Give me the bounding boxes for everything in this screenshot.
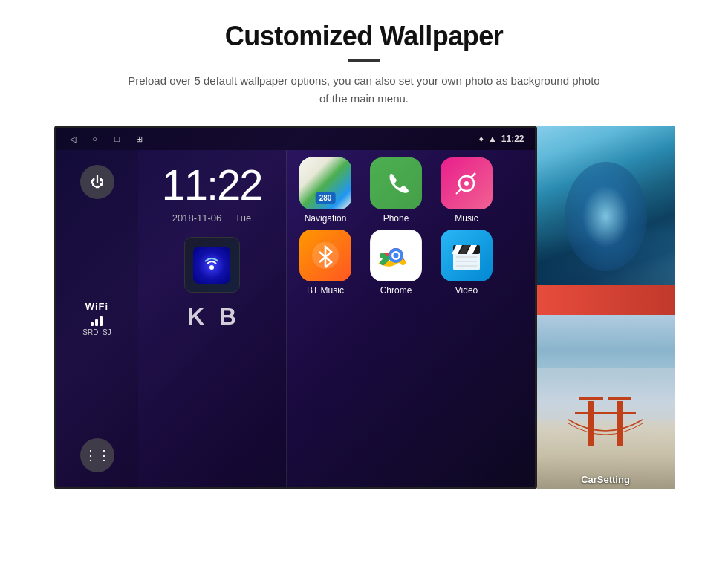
radio-widget-area: [184, 237, 240, 293]
wifi-icon: ▲: [488, 134, 497, 144]
phone-svg: [381, 169, 411, 198]
carsetting-label: CarSetting: [581, 474, 630, 485]
radio-icon: [201, 254, 223, 276]
page-description: Preload over 5 default wallpaper options…: [126, 72, 602, 108]
radio-widget[interactable]: [184, 237, 240, 293]
b-widget[interactable]: B: [219, 303, 236, 331]
nav-shield: 280: [316, 192, 336, 204]
app-grid: 280 Navigation Phone: [287, 150, 535, 487]
video-label: Video: [455, 285, 478, 296]
wallpaper-ice[interactable]: [537, 126, 675, 307]
app-chrome[interactable]: Chrome: [365, 230, 428, 296]
clock-time: 11:22: [161, 163, 261, 206]
location-icon: ♦: [479, 134, 484, 144]
clock-date-value: 2018-11-06: [172, 212, 222, 224]
phone-label: Phone: [383, 213, 409, 224]
status-right: ♦ ▲ 11:22: [479, 134, 524, 144]
music-icon: [441, 157, 493, 209]
svg-point-0: [209, 265, 214, 270]
video-icon: [441, 230, 493, 282]
status-bar: ◁ ○ □ ⊞ ♦ ▲ 11:22: [56, 128, 535, 150]
music-label: Music: [455, 213, 478, 224]
screenshot-button[interactable]: ⊞: [134, 133, 146, 145]
power-button[interactable]: ⏻: [80, 165, 114, 199]
title-divider: [348, 59, 380, 62]
bridge-cables: [557, 416, 654, 446]
app-video[interactable]: Video: [435, 230, 498, 296]
radio-inner: [193, 247, 230, 284]
svg-point-2: [464, 181, 469, 186]
video-svg: [449, 238, 484, 273]
phone-icon: [370, 157, 422, 209]
app-navigation[interactable]: 280 Navigation: [294, 157, 357, 224]
status-time: 11:22: [501, 134, 524, 144]
recent-button[interactable]: □: [111, 133, 123, 145]
wallpaper-bridge[interactable]: CarSetting: [537, 315, 675, 489]
chrome-label: Chrome: [380, 285, 412, 296]
wifi-bars: [91, 314, 103, 326]
btmusic-label: BT Music: [307, 285, 344, 296]
app-row-1: 280 Navigation Phone: [294, 157, 527, 224]
device-container: ◁ ○ □ ⊞ ♦ ▲ 11:22 ⏻ WiFi: [45, 126, 683, 489]
app-row-2: BT Music: [294, 230, 527, 296]
k-widget[interactable]: K: [187, 303, 204, 331]
nav-buttons: ◁ ○ □ ⊞: [67, 133, 146, 145]
shortcuts: K B: [187, 303, 236, 331]
clock-day: Tue: [235, 212, 251, 224]
navigation-label: Navigation: [305, 213, 347, 224]
wallpaper-thumbnails: CarSetting: [537, 126, 675, 489]
app-phone[interactable]: Phone: [365, 157, 428, 224]
app-btmusic[interactable]: BT Music: [294, 230, 357, 296]
btmusic-icon: [299, 230, 351, 282]
app-music[interactable]: Music: [435, 157, 498, 224]
back-button[interactable]: ◁: [67, 133, 79, 145]
wifi-bar-2: [95, 319, 98, 326]
middle-widget: [537, 307, 675, 315]
btmusic-svg: [309, 239, 342, 272]
wifi-label: WiFi: [85, 301, 108, 312]
music-svg: [450, 167, 483, 200]
wifi-widget: WiFi SRD_SJ: [82, 301, 111, 336]
chrome-svg: [377, 236, 415, 275]
page-title: Customized Wallpaper: [225, 21, 504, 52]
sidebar: ⏻ WiFi SRD_SJ ⋮⋮: [56, 150, 138, 487]
wifi-bar-1: [91, 322, 94, 326]
clock-date: 2018-11-06 Tue: [172, 212, 251, 224]
chrome-icon: [370, 230, 422, 282]
android-screen: ◁ ○ □ ⊞ ♦ ▲ 11:22 ⏻ WiFi: [54, 126, 537, 489]
wifi-bar-3: [100, 316, 103, 326]
wifi-ssid: SRD_SJ: [82, 328, 111, 336]
apps-button[interactable]: ⋮⋮: [80, 438, 114, 472]
clock-area: 11:22 2018-11-06 Tue: [138, 150, 287, 487]
navigation-icon: 280: [299, 157, 351, 209]
svg-point-9: [394, 253, 399, 258]
main-area: ⏻ WiFi SRD_SJ ⋮⋮ 11:22: [56, 150, 535, 487]
home-button[interactable]: ○: [89, 133, 101, 145]
